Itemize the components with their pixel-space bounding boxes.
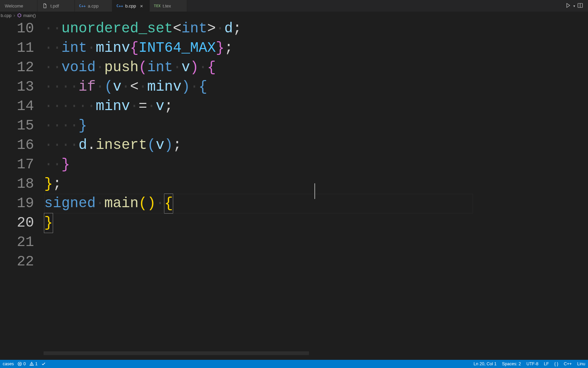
tab-label: a.cpp <box>88 3 99 9</box>
code-line[interactable]: ······minv·=·v; <box>44 97 588 116</box>
line-number[interactable]: 17 <box>0 155 37 174</box>
warning-icon <box>29 362 34 366</box>
line-number[interactable]: 12 <box>0 58 37 77</box>
status-os[interactable]: Linu <box>577 362 585 366</box>
tab-Welcome[interactable]: Welcome <box>0 0 37 12</box>
editor-actions: ▾ <box>560 0 588 12</box>
file-icon <box>42 3 48 9</box>
tab-bar: Welcomet.pdfC++a.cppC++b.cpp×TEXt.tex ▾ <box>0 0 588 12</box>
bracket-match: { <box>164 194 173 214</box>
line-number[interactable]: 15 <box>0 116 37 136</box>
breadcrumb-symbol[interactable]: main() <box>23 13 36 18</box>
chevron-down-icon[interactable]: ▾ <box>573 4 575 8</box>
svg-point-6 <box>31 365 32 365</box>
status-cases[interactable]: cases <box>3 362 14 366</box>
cpp-file-icon: C++ <box>80 3 85 9</box>
line-number[interactable]: 20 <box>0 213 37 233</box>
tab-t-pdf[interactable]: t.pdf <box>37 0 75 12</box>
code-content[interactable]: ··unordered_set<int>·d;··int·minv{INT64_… <box>44 19 588 233</box>
breadcrumb-file[interactable]: b.cpp <box>1 13 12 18</box>
status-language[interactable]: C++ <box>564 362 572 366</box>
symbol-method-icon <box>17 13 22 18</box>
status-cursor-position[interactable]: Ln 20, Col 1 <box>474 362 496 366</box>
code-line[interactable]: ··void·push(int·v)·{ <box>44 58 588 77</box>
tex-file-icon: TEX <box>154 3 160 9</box>
line-number[interactable]: 21 <box>0 233 37 252</box>
status-language-icon[interactable]: { } <box>554 362 558 366</box>
status-encoding[interactable]: UTF-8 <box>526 362 538 366</box>
line-number[interactable]: 16 <box>0 136 37 155</box>
tab-a-cpp[interactable]: C++a.cpp <box>75 0 112 12</box>
code-line[interactable]: ····if·(v·<·minv)·{ <box>44 77 588 97</box>
status-error-count: 0 <box>23 362 26 366</box>
tab-t-tex[interactable]: TEXt.tex <box>150 0 187 12</box>
code-line[interactable]: ····d.insert(v); <box>44 136 588 155</box>
tab-label: Welcome <box>5 3 23 9</box>
check-icon <box>41 362 46 366</box>
line-number[interactable]: 22 <box>0 252 37 272</box>
bracket-match: } <box>44 213 53 233</box>
code-line[interactable]: ··} <box>44 155 588 174</box>
line-number[interactable]: 14 <box>0 97 37 116</box>
code-line[interactable]: ··unordered_set<int>·d; <box>44 19 588 39</box>
error-icon <box>17 362 22 366</box>
status-eol[interactable]: LF <box>544 362 549 366</box>
code-line[interactable]: signed·main()·{ <box>44 194 588 213</box>
chevron-right-icon: › <box>14 13 15 18</box>
tab-b-cpp[interactable]: C++b.cpp× <box>112 0 150 12</box>
tab-label: t.tex <box>163 3 171 9</box>
code-line[interactable]: }; <box>44 174 588 194</box>
line-number[interactable]: 19 <box>0 194 37 213</box>
horizontal-scrollbar[interactable] <box>44 351 309 355</box>
line-number[interactable]: 10 <box>0 19 37 39</box>
line-number-gutter: 10111213141516171819202122 <box>0 19 37 272</box>
code-line[interactable]: ····} <box>44 116 588 136</box>
code-line[interactable]: ··int·minv{INT64_MAX}; <box>44 39 588 58</box>
code-editor[interactable]: 10111213141516171819202122 ··unordered_s… <box>0 19 588 360</box>
line-number[interactable]: 11 <box>0 39 37 58</box>
status-problems[interactable]: 0 1 <box>17 362 38 366</box>
status-indentation[interactable]: Spaces: 2 <box>502 362 521 366</box>
split-editor-icon[interactable] <box>577 2 583 10</box>
status-check[interactable] <box>41 362 46 366</box>
line-number[interactable]: 18 <box>0 174 37 194</box>
close-icon[interactable]: × <box>139 3 144 9</box>
text-cursor <box>314 183 315 199</box>
status-bar: cases 0 1 Ln 20, Col 1 Spaces: 2 UTF-8 L… <box>0 360 588 368</box>
status-warning-count: 1 <box>35 362 38 366</box>
breadcrumb[interactable]: b.cpp › main() <box>0 12 588 19</box>
run-icon[interactable] <box>565 2 571 10</box>
cpp-file-icon: C++ <box>117 3 122 9</box>
tab-label: t.pdf <box>50 3 59 9</box>
line-number[interactable]: 13 <box>0 77 37 97</box>
tab-label: b.cpp <box>125 3 136 9</box>
code-line[interactable]: } <box>44 213 588 233</box>
